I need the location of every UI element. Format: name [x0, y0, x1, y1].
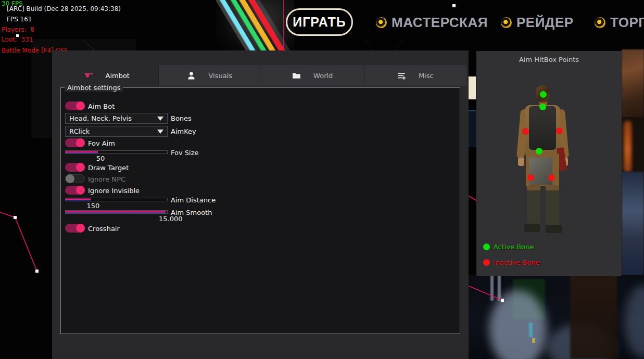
aim-smooth-slider[interactable]: [65, 210, 168, 214]
folder-icon: [292, 71, 301, 80]
legend-label: Inactive Bone: [494, 259, 540, 266]
play-button[interactable]: ИГРАТЬ: [286, 8, 353, 36]
hud-fps-line: FPS 161: [7, 16, 32, 22]
tab-misc[interactable]: Misc: [364, 65, 467, 86]
active-bone-dot-icon: [483, 243, 490, 250]
chevron-down-icon: [157, 117, 163, 121]
hud-players-line: Players: 8: [2, 27, 34, 33]
aimkey-label: AimKey: [171, 127, 196, 135]
ignore-invisible-label: Ignore Invisible: [88, 187, 140, 195]
tab-world[interactable]: World: [261, 65, 364, 86]
coin-icon: [376, 17, 387, 28]
bones-dropdown[interactable]: Head, Neck, Pelvis: [65, 113, 168, 124]
head-bone-dot: [540, 91, 547, 98]
aim-bot-toggle[interactable]: [65, 101, 85, 110]
aim-distance-slider[interactable]: [65, 198, 168, 201]
menu-item-workshop[interactable]: МАСТЕРСКАЯ: [376, 15, 488, 30]
legend-active-bone: Active Bone: [483, 243, 534, 251]
inactive-bone-dot-icon: [483, 259, 490, 266]
tab-bar: Aimbot Visuals World: [56, 65, 466, 86]
tab-label: World: [313, 72, 333, 80]
draw-target-label: Draw Target: [88, 164, 129, 172]
gun-icon: [84, 71, 93, 80]
fov-size-label: Fov Size: [171, 149, 198, 157]
pelvis-bone-dot: [536, 148, 542, 155]
bones-label: Bones: [171, 114, 192, 122]
tab-aimbot[interactable]: Aimbot: [56, 65, 158, 86]
menu-item-label: РЕЙДЕР: [516, 15, 574, 31]
play-button-label: ИГРАТЬ: [293, 15, 346, 30]
aim-distance-value: 150: [82, 202, 105, 210]
coin-icon: [595, 17, 605, 28]
rainbow-streak: [216, 0, 294, 50]
aim-bot-label: Aim Bot: [88, 102, 115, 110]
bones-dropdown-value: Head, Neck, Pelvis: [69, 114, 157, 122]
legend-label: Active Bone: [494, 243, 534, 251]
fov-size-slider[interactable]: [65, 150, 168, 154]
ignore-npc-label: Ignore NPC: [88, 175, 125, 183]
background-bottom-scene: [469, 275, 644, 359]
draw-target-toggle[interactable]: [65, 163, 85, 172]
aimkey-dropdown-value: RClick: [69, 127, 157, 135]
menu-item-label: МАСТЕРСКАЯ: [392, 15, 488, 31]
right-leg-bone-dot: [527, 174, 534, 181]
tab-label: Misc: [419, 72, 434, 80]
aimbot-settings-group: Aimbot settings Aim Bot Head, Neck, Pelv…: [60, 87, 460, 334]
hud-overlay: 30 FPS [ARC] Build (Dec 28 2025, 09:43:3…: [2, 0, 9, 50]
hud-loot-line: Loot: 331: [2, 36, 33, 43]
aim-distance-label: Aim Distance: [171, 196, 216, 204]
left-leg-bone-dot: [548, 174, 555, 181]
cheat-menu-panel: Aimbot Visuals World: [52, 50, 469, 359]
menu-item-raider[interactable]: РЕЙДЕР: [501, 15, 574, 30]
tab-label: Visuals: [208, 72, 232, 80]
tab-label: Aimbot: [106, 72, 130, 80]
tab-visuals[interactable]: Visuals: [158, 65, 261, 86]
ignore-npc-toggle[interactable]: [65, 174, 85, 183]
left-arm-bone-dot: [556, 127, 563, 134]
hitbox-panel: Aim HitBox Points Active Bone Inactive B…: [476, 51, 622, 276]
crosshair-label: Crosshair: [88, 225, 120, 233]
hud-build-info: [ARC] Build (Dec 28 2025, 09:43:38): [7, 6, 121, 12]
crosshair-toggle[interactable]: [65, 224, 85, 233]
background-flame-streak: [624, 121, 632, 173]
fov-aim-label: Fov Aim: [88, 139, 115, 147]
menu-item-trade[interactable]: ТОРГО: [595, 15, 644, 30]
fov-aim-toggle[interactable]: [65, 138, 85, 147]
coin-icon: [501, 17, 512, 28]
menu-item-label: ТОРГО: [610, 15, 644, 31]
legend-inactive-bone: Inactive Bone: [483, 259, 540, 266]
sliders-add-icon: [397, 71, 406, 80]
person-icon: [187, 71, 196, 80]
chevron-down-icon: [157, 130, 163, 134]
neck-bone-dot: [539, 104, 546, 110]
aimkey-dropdown[interactable]: RClick: [65, 126, 168, 137]
ignore-invisible-toggle[interactable]: [65, 186, 85, 195]
fov-size-value: 50: [89, 155, 112, 162]
right-arm-bone-dot: [522, 128, 529, 135]
hitbox-dots: [476, 51, 622, 276]
aim-smooth-label: Aim Smooth: [171, 209, 212, 216]
game-screen: 30 FPS [ARC] Build (Dec 28 2025, 09:43:3…: [0, 0, 644, 359]
background-window: [622, 172, 644, 284]
group-title: Aimbot settings: [65, 84, 123, 92]
background-rust-texture: [622, 49, 644, 120]
